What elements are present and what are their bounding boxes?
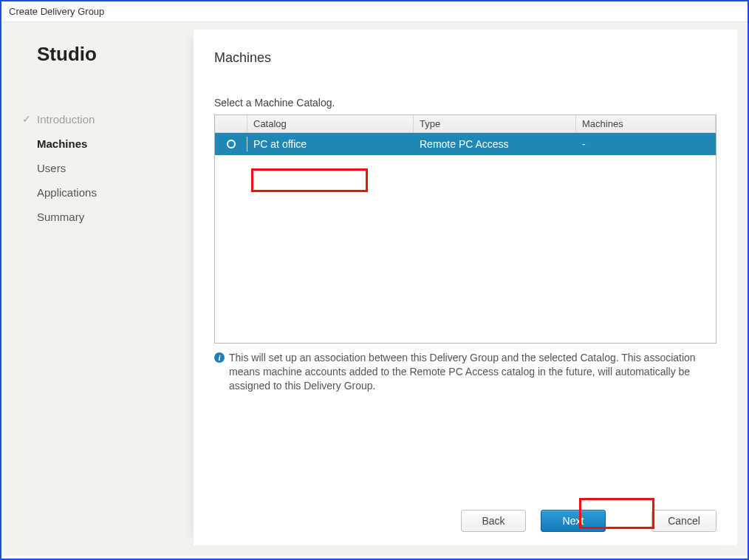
catalog-list[interactable]: Catalog Type Machines PC at office Remot… xyxy=(214,115,716,344)
next-button[interactable]: Next xyxy=(541,510,606,532)
dialog-body: Studio Introduction Machines Users Appli… xyxy=(1,22,748,556)
step-introduction[interactable]: Introduction xyxy=(37,107,194,132)
radio-icon xyxy=(227,140,236,148)
back-button[interactable]: Back xyxy=(461,510,526,532)
window-title: Create Delivery Group xyxy=(1,1,748,22)
sidebar: Studio Introduction Machines Users Appli… xyxy=(1,22,194,556)
wizard-steps: Introduction Machines Users Applications… xyxy=(37,107,194,229)
info-icon: i xyxy=(214,352,225,363)
info-text: i This will set up an association betwee… xyxy=(214,351,716,393)
catalog-radio[interactable] xyxy=(215,137,247,151)
catalog-name: PC at office xyxy=(247,135,414,153)
col-header-catalog: Catalog xyxy=(247,115,414,132)
info-message: This will set up an association between … xyxy=(229,351,716,393)
catalog-row[interactable]: PC at office Remote PC Access - xyxy=(215,133,716,155)
catalog-header: Catalog Type Machines xyxy=(215,115,716,133)
prompt-text: Select a Machine Catalog. xyxy=(214,97,716,109)
page-heading: Machines xyxy=(214,50,716,66)
catalog-machines: - xyxy=(576,135,716,153)
step-summary[interactable]: Summary xyxy=(37,205,194,229)
step-machines[interactable]: Machines xyxy=(37,132,194,156)
catalog-type: Remote PC Access xyxy=(414,135,576,153)
footer-buttons: Back Next Cancel xyxy=(214,496,716,532)
cancel-button[interactable]: Cancel xyxy=(651,510,716,532)
brand-title: Studio xyxy=(37,43,194,66)
main-panel: Machines Select a Machine Catalog. Catal… xyxy=(194,30,737,545)
col-header-machines: Machines xyxy=(576,115,716,132)
step-users[interactable]: Users xyxy=(37,156,194,180)
col-header-type: Type xyxy=(414,115,576,132)
step-applications[interactable]: Applications xyxy=(37,180,194,205)
